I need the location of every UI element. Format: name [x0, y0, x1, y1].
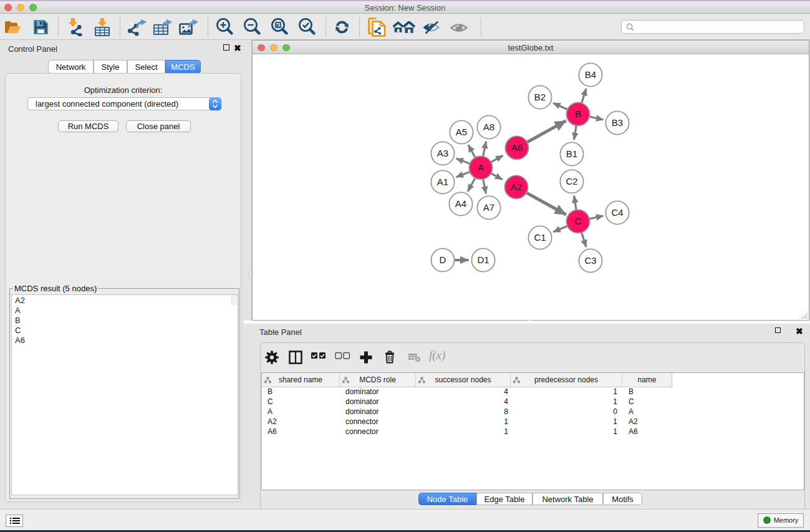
- svg-text:A2: A2: [511, 181, 522, 192]
- svg-text:A4: A4: [455, 198, 466, 209]
- svg-text:B1: B1: [566, 148, 577, 159]
- svg-text:A7: A7: [483, 202, 494, 213]
- svg-text:C2: C2: [566, 176, 577, 186]
- svg-text:A6: A6: [511, 142, 523, 153]
- svg-text:A1: A1: [437, 177, 448, 187]
- svg-text:A5: A5: [456, 127, 467, 137]
- svg-text:B3: B3: [612, 117, 623, 128]
- svg-text:C4: C4: [611, 207, 623, 218]
- svg-text:C1: C1: [534, 232, 546, 243]
- svg-text:B4: B4: [585, 69, 596, 80]
- svg-text:C: C: [575, 216, 582, 226]
- svg-text:A8: A8: [483, 122, 494, 132]
- svg-text:A3: A3: [437, 148, 448, 158]
- svg-text:C3: C3: [584, 255, 596, 266]
- svg-text:D: D: [440, 254, 446, 265]
- svg-text:D1: D1: [477, 254, 489, 265]
- svg-text:B: B: [575, 109, 581, 119]
- svg-text:B2: B2: [534, 92, 546, 102]
- svg-text:A: A: [478, 162, 484, 173]
